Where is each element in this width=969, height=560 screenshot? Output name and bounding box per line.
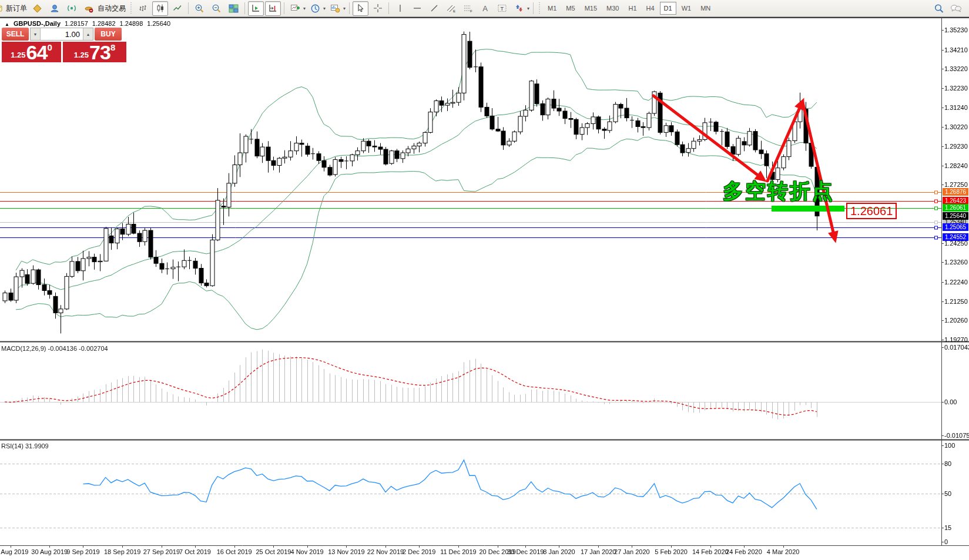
ohlc-high: 1.28482 (92, 20, 116, 27)
svg-text:T: T (501, 6, 504, 12)
arrows-icon[interactable] (511, 1, 527, 16)
fibonacci-icon[interactable]: F (460, 1, 476, 16)
price-axis-tick: 1.28240 (944, 162, 968, 169)
trendline-icon[interactable] (426, 1, 442, 16)
buy-button[interactable]: BUY (95, 28, 122, 41)
line-chart-icon[interactable] (169, 1, 185, 16)
date-axis-label: 14 Feb 2020 (692, 548, 729, 555)
date-axis-label: 13 Nov 2019 (328, 548, 364, 555)
timeframe-button-M30[interactable]: M30 (602, 2, 623, 15)
arrows-dropdown-icon[interactable]: ▾ (527, 6, 529, 11)
bar-chart-icon[interactable] (135, 1, 151, 16)
price-axis-tick: 1.29230 (944, 143, 968, 150)
text-icon[interactable]: A (477, 1, 493, 16)
timeframe-button-MN[interactable]: MN (696, 2, 715, 15)
date-axis-label: 5 Feb 2020 (655, 548, 688, 555)
gold-icon[interactable] (29, 1, 45, 16)
macd-signal-value: -0.002704 (79, 345, 108, 352)
signal-icon[interactable] (63, 1, 79, 16)
volume-increase-button[interactable]: ▲ (83, 28, 93, 40)
horizontal-line-icon[interactable] (409, 1, 425, 16)
price-axis-tick: 1.19270 (944, 336, 968, 343)
buy-price-tile[interactable]: 1.25 73 8 (63, 42, 126, 62)
toolbar-grip (538, 2, 541, 14)
zoom-out-icon[interactable] (209, 1, 224, 16)
price-level-badge: 1.25065 (943, 223, 968, 231)
timeframe-button-H1[interactable]: H1 (624, 2, 641, 15)
rsi-label: RSI(14) (1, 442, 24, 450)
new-order-icon[interactable] (0, 1, 5, 16)
price-axis-tick: 1.20260 (944, 317, 968, 324)
autotrading-icon[interactable] (81, 1, 96, 16)
autotrading-button[interactable]: 自动交易 (98, 4, 126, 14)
chart-canvas[interactable] (0, 0, 969, 560)
mt4-window: 新订单 自动交易 (0, 0, 969, 560)
auto-scroll-icon[interactable] (248, 1, 264, 16)
templates-dropdown-icon[interactable]: ▾ (343, 6, 346, 11)
sell-price-tile[interactable]: 1.25 64 0 (2, 42, 61, 62)
date-axis-label: 7 Oct 2019 (179, 548, 211, 555)
timeframe-button-D1[interactable]: D1 (660, 2, 676, 15)
chart-window-border (0, 17, 969, 18)
crosshair-icon[interactable] (370, 1, 385, 16)
volume-decrease-button[interactable]: ▼ (31, 28, 41, 40)
buy-price-sup: 8 (110, 42, 115, 52)
text-label-icon[interactable]: T (494, 1, 510, 16)
timeframe-button-H4[interactable]: H4 (642, 2, 659, 15)
indicators-dropdown-icon[interactable]: ▾ (303, 6, 306, 11)
toolbar: 新订单 自动交易 (0, 0, 969, 17)
date-axis-label: 22 Nov 2019 (367, 548, 404, 555)
toolbar-grip (129, 2, 133, 14)
date-axis-label: 8 Jan 2020 (543, 548, 575, 555)
periods-icon[interactable] (307, 1, 323, 16)
toolbar-separator (188, 2, 189, 14)
search-icon[interactable] (931, 1, 947, 16)
volume-input[interactable] (41, 28, 83, 40)
price-axis-tick: 1.34210 (944, 46, 968, 53)
timeframe-button-M5[interactable]: M5 (562, 2, 579, 15)
date-axis-label: 27 Jan 2020 (614, 548, 650, 555)
community-icon[interactable] (46, 1, 62, 16)
macd-axis-tick: 0.017043 (944, 344, 969, 351)
sell-price-big: 64 (26, 43, 48, 61)
date-axis-label: 2 Dec 2019 (403, 548, 435, 555)
toolbar-separator (244, 2, 245, 14)
macd-label: MACD(12,26,9) (1, 345, 46, 352)
timeframe-button-M1[interactable]: M1 (544, 2, 561, 15)
date-axis-label: 25 Oct 2019 (256, 548, 291, 555)
new-order-button[interactable]: 新订单 (6, 4, 27, 14)
date-axis-label: 16 Oct 2019 (217, 548, 252, 555)
indicators-icon[interactable] (287, 1, 303, 16)
templates-icon[interactable] (327, 1, 343, 16)
date-axis-label: 24 Feb 2020 (726, 548, 762, 555)
timeframe-button-W1[interactable]: W1 (678, 2, 696, 15)
date-axis-label: 21 Aug 2019 (0, 548, 28, 555)
volume-stepper: ▼ ▲ (30, 28, 93, 41)
price-axis-tick: 1.22240 (944, 279, 968, 286)
chat-icon[interactable] (948, 1, 964, 16)
price-level-badge: 1.26061 (943, 204, 968, 212)
vertical-line-icon[interactable] (392, 1, 408, 16)
candlestick-chart-icon[interactable] (152, 1, 168, 16)
date-axis-label: 30 Dec 2019 (507, 548, 544, 555)
symbol-title: GBPUSD-,Daily (14, 20, 61, 27)
one-click-trading-panel: SELL ▼ ▲ BUY 1.25 64 0 1.25 73 8 (2, 28, 126, 62)
zoom-in-icon[interactable] (192, 1, 207, 16)
rsi-axis-tick: 50 (944, 490, 951, 497)
rsi-axis-tick: 0 (944, 538, 948, 545)
tile-windows-icon[interactable] (226, 1, 242, 16)
sell-button[interactable]: SELL (2, 28, 29, 41)
macd-pane-header: MACD(12,26,9) -0.004136 -0.002704 (1, 345, 108, 352)
toolbar-separator (349, 2, 350, 14)
periods-dropdown-icon[interactable]: ▾ (323, 6, 326, 11)
timeframe-button-M15[interactable]: M15 (581, 2, 601, 15)
price-axis-tick: 1.30220 (944, 123, 968, 130)
channel-icon[interactable]: E (443, 1, 459, 16)
svg-text:F: F (470, 9, 472, 13)
symbol-info-line: ▲ GBPUSD-,Daily 1.28157 1.28482 1.24898 … (5, 20, 170, 27)
cursor-icon[interactable] (353, 1, 368, 16)
rsi-axis-tick: 80 (944, 460, 951, 467)
price-level-badge: 1.24552 (943, 233, 968, 241)
macd-value: -0.004136 (48, 345, 77, 352)
chart-shift-icon[interactable] (265, 1, 281, 16)
